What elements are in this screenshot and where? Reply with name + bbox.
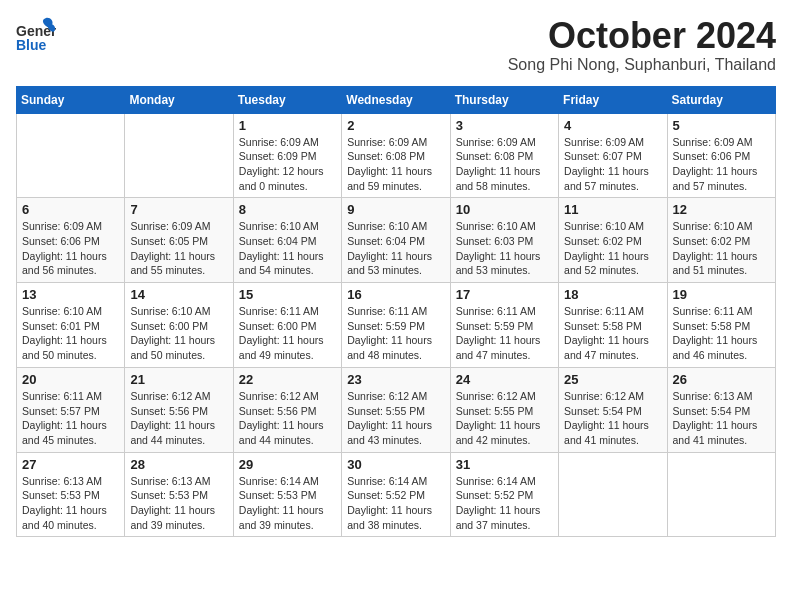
day-info: Sunrise: 6:09 AMSunset: 6:08 PMDaylight:… [347, 135, 444, 194]
day-info: Sunrise: 6:11 AMSunset: 5:59 PMDaylight:… [456, 304, 553, 363]
day-number: 9 [347, 202, 444, 217]
calendar-week-5: 27Sunrise: 6:13 AMSunset: 5:53 PMDayligh… [17, 452, 776, 537]
calendar-cell: 2Sunrise: 6:09 AMSunset: 6:08 PMDaylight… [342, 113, 450, 198]
day-info: Sunrise: 6:12 AMSunset: 5:56 PMDaylight:… [239, 389, 336, 448]
calendar-cell: 7Sunrise: 6:09 AMSunset: 6:05 PMDaylight… [125, 198, 233, 283]
day-info: Sunrise: 6:10 AMSunset: 6:01 PMDaylight:… [22, 304, 119, 363]
calendar-cell: 4Sunrise: 6:09 AMSunset: 6:07 PMDaylight… [559, 113, 667, 198]
day-info: Sunrise: 6:10 AMSunset: 6:00 PMDaylight:… [130, 304, 227, 363]
day-info: Sunrise: 6:09 AMSunset: 6:06 PMDaylight:… [22, 219, 119, 278]
title-area: October 2024 Song Phi Nong, Suphanburi, … [508, 16, 776, 74]
day-info: Sunrise: 6:09 AMSunset: 6:06 PMDaylight:… [673, 135, 770, 194]
calendar-cell: 5Sunrise: 6:09 AMSunset: 6:06 PMDaylight… [667, 113, 775, 198]
calendar-cell: 9Sunrise: 6:10 AMSunset: 6:04 PMDaylight… [342, 198, 450, 283]
calendar-cell: 6Sunrise: 6:09 AMSunset: 6:06 PMDaylight… [17, 198, 125, 283]
calendar-cell [125, 113, 233, 198]
day-number: 28 [130, 457, 227, 472]
calendar-cell: 18Sunrise: 6:11 AMSunset: 5:58 PMDayligh… [559, 283, 667, 368]
day-number: 5 [673, 118, 770, 133]
calendar-cell: 1Sunrise: 6:09 AMSunset: 6:09 PMDaylight… [233, 113, 341, 198]
calendar-week-2: 6Sunrise: 6:09 AMSunset: 6:06 PMDaylight… [17, 198, 776, 283]
day-number: 30 [347, 457, 444, 472]
weekday-header-monday: Monday [125, 86, 233, 113]
day-number: 8 [239, 202, 336, 217]
day-number: 29 [239, 457, 336, 472]
day-info: Sunrise: 6:14 AMSunset: 5:52 PMDaylight:… [347, 474, 444, 533]
day-info: Sunrise: 6:13 AMSunset: 5:53 PMDaylight:… [22, 474, 119, 533]
calendar-cell: 21Sunrise: 6:12 AMSunset: 5:56 PMDayligh… [125, 367, 233, 452]
day-info: Sunrise: 6:12 AMSunset: 5:55 PMDaylight:… [456, 389, 553, 448]
calendar-cell: 28Sunrise: 6:13 AMSunset: 5:53 PMDayligh… [125, 452, 233, 537]
calendar-table: SundayMondayTuesdayWednesdayThursdayFrid… [16, 86, 776, 538]
day-number: 25 [564, 372, 661, 387]
calendar-cell: 10Sunrise: 6:10 AMSunset: 6:03 PMDayligh… [450, 198, 558, 283]
logo-icon: General Blue [16, 16, 56, 56]
day-number: 31 [456, 457, 553, 472]
calendar-cell: 11Sunrise: 6:10 AMSunset: 6:02 PMDayligh… [559, 198, 667, 283]
calendar-cell: 17Sunrise: 6:11 AMSunset: 5:59 PMDayligh… [450, 283, 558, 368]
day-info: Sunrise: 6:13 AMSunset: 5:54 PMDaylight:… [673, 389, 770, 448]
day-number: 18 [564, 287, 661, 302]
calendar-cell: 25Sunrise: 6:12 AMSunset: 5:54 PMDayligh… [559, 367, 667, 452]
day-info: Sunrise: 6:12 AMSunset: 5:55 PMDaylight:… [347, 389, 444, 448]
day-number: 24 [456, 372, 553, 387]
calendar-cell: 20Sunrise: 6:11 AMSunset: 5:57 PMDayligh… [17, 367, 125, 452]
calendar-cell: 24Sunrise: 6:12 AMSunset: 5:55 PMDayligh… [450, 367, 558, 452]
calendar-cell: 12Sunrise: 6:10 AMSunset: 6:02 PMDayligh… [667, 198, 775, 283]
calendar-cell: 19Sunrise: 6:11 AMSunset: 5:58 PMDayligh… [667, 283, 775, 368]
day-number: 23 [347, 372, 444, 387]
page-header: General Blue October 2024 Song Phi Nong,… [16, 16, 776, 74]
day-number: 10 [456, 202, 553, 217]
calendar-cell: 27Sunrise: 6:13 AMSunset: 5:53 PMDayligh… [17, 452, 125, 537]
weekday-header-row: SundayMondayTuesdayWednesdayThursdayFrid… [17, 86, 776, 113]
page-title: October 2024 [508, 16, 776, 56]
day-info: Sunrise: 6:14 AMSunset: 5:52 PMDaylight:… [456, 474, 553, 533]
page-subtitle: Song Phi Nong, Suphanburi, Thailand [508, 56, 776, 74]
calendar-cell: 22Sunrise: 6:12 AMSunset: 5:56 PMDayligh… [233, 367, 341, 452]
calendar-cell: 16Sunrise: 6:11 AMSunset: 5:59 PMDayligh… [342, 283, 450, 368]
weekday-header-thursday: Thursday [450, 86, 558, 113]
calendar-cell: 30Sunrise: 6:14 AMSunset: 5:52 PMDayligh… [342, 452, 450, 537]
day-number: 4 [564, 118, 661, 133]
day-info: Sunrise: 6:11 AMSunset: 5:58 PMDaylight:… [673, 304, 770, 363]
day-info: Sunrise: 6:09 AMSunset: 6:05 PMDaylight:… [130, 219, 227, 278]
calendar-cell: 29Sunrise: 6:14 AMSunset: 5:53 PMDayligh… [233, 452, 341, 537]
calendar-cell: 14Sunrise: 6:10 AMSunset: 6:00 PMDayligh… [125, 283, 233, 368]
day-number: 16 [347, 287, 444, 302]
svg-text:Blue: Blue [16, 37, 47, 53]
weekday-header-sunday: Sunday [17, 86, 125, 113]
day-number: 21 [130, 372, 227, 387]
day-number: 13 [22, 287, 119, 302]
calendar-cell: 13Sunrise: 6:10 AMSunset: 6:01 PMDayligh… [17, 283, 125, 368]
day-info: Sunrise: 6:09 AMSunset: 6:08 PMDaylight:… [456, 135, 553, 194]
calendar-cell [17, 113, 125, 198]
day-number: 6 [22, 202, 119, 217]
calendar-cell: 15Sunrise: 6:11 AMSunset: 6:00 PMDayligh… [233, 283, 341, 368]
day-info: Sunrise: 6:10 AMSunset: 6:04 PMDaylight:… [239, 219, 336, 278]
day-number: 3 [456, 118, 553, 133]
calendar-cell: 26Sunrise: 6:13 AMSunset: 5:54 PMDayligh… [667, 367, 775, 452]
day-info: Sunrise: 6:09 AMSunset: 6:07 PMDaylight:… [564, 135, 661, 194]
weekday-header-tuesday: Tuesday [233, 86, 341, 113]
weekday-header-saturday: Saturday [667, 86, 775, 113]
weekday-header-friday: Friday [559, 86, 667, 113]
day-number: 11 [564, 202, 661, 217]
calendar-week-4: 20Sunrise: 6:11 AMSunset: 5:57 PMDayligh… [17, 367, 776, 452]
calendar-cell [559, 452, 667, 537]
day-number: 14 [130, 287, 227, 302]
calendar-cell: 8Sunrise: 6:10 AMSunset: 6:04 PMDaylight… [233, 198, 341, 283]
day-number: 12 [673, 202, 770, 217]
day-number: 17 [456, 287, 553, 302]
day-number: 20 [22, 372, 119, 387]
day-info: Sunrise: 6:11 AMSunset: 5:59 PMDaylight:… [347, 304, 444, 363]
weekday-header-wednesday: Wednesday [342, 86, 450, 113]
calendar-cell: 23Sunrise: 6:12 AMSunset: 5:55 PMDayligh… [342, 367, 450, 452]
calendar-week-1: 1Sunrise: 6:09 AMSunset: 6:09 PMDaylight… [17, 113, 776, 198]
day-info: Sunrise: 6:11 AMSunset: 5:58 PMDaylight:… [564, 304, 661, 363]
calendar-week-3: 13Sunrise: 6:10 AMSunset: 6:01 PMDayligh… [17, 283, 776, 368]
logo: General Blue [16, 16, 56, 56]
calendar-cell: 31Sunrise: 6:14 AMSunset: 5:52 PMDayligh… [450, 452, 558, 537]
day-number: 19 [673, 287, 770, 302]
day-info: Sunrise: 6:12 AMSunset: 5:54 PMDaylight:… [564, 389, 661, 448]
day-info: Sunrise: 6:11 AMSunset: 6:00 PMDaylight:… [239, 304, 336, 363]
